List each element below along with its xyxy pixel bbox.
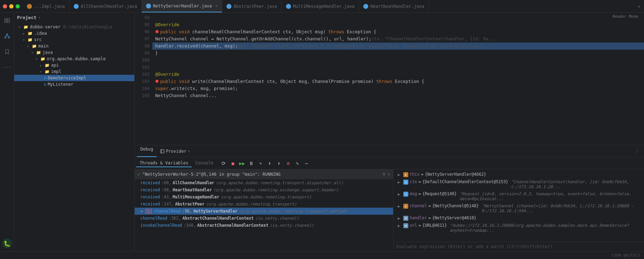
step-into-button[interactable]: ⬇ <box>266 159 274 167</box>
folder-icon: 📁 <box>28 38 33 42</box>
code-line-105: NettyChannel channel... <box>152 92 644 99</box>
trace-button[interactable]: ✎ <box>293 159 301 167</box>
maximize-button[interactable] <box>16 4 20 9</box>
stack-frame-0[interactable]: received:60, AllChannelHandler (org.apac… <box>135 179 393 186</box>
stack-frame-2[interactable]: received:43, MultiMessageHandler (org.ap… <box>135 193 393 201</box>
nettyserver-close[interactable]: ✕ <box>215 4 218 8</box>
more-debug-button[interactable]: ⋯ <box>303 159 310 167</box>
stack-frames: received:60, AllChannelHandler (org.apac… <box>135 179 393 229</box>
var-icon-3: ≡ <box>403 204 408 209</box>
tab-debug[interactable]: Debug <box>137 145 157 157</box>
stack-pkg: (io.netty.channel) <box>270 223 314 228</box>
breakpoint-96[interactable]: 🔴 <box>155 28 159 35</box>
project-icon[interactable] <box>2 16 12 26</box>
more-tools-icon[interactable]: ··· <box>2 62 12 72</box>
var-expand-3[interactable]: ▶ <box>398 204 402 209</box>
stop-button[interactable]: ◼ <box>229 159 237 167</box>
breakpoint-103[interactable]: 🔴 <box>155 78 159 85</box>
var-eq-2: = <box>419 191 421 196</box>
tree-item-java[interactable]: ▾📁 java <box>14 49 134 56</box>
tree-label: DemoServiceImpl <box>48 75 86 80</box>
debug-header-row: Debug Provider ✕ ⋮ <box>135 145 644 157</box>
close-button[interactable] <box>3 4 7 9</box>
var-item-2[interactable]: ▶○ msg = {Request@5149}"Request [id=0, v… <box>395 190 643 202</box>
tree-item-DemoServiceImpl[interactable]: © DemoServiceImpl <box>14 75 134 81</box>
stack-frame-6[interactable]: invokeChannelRead:348, AbstractChannelHa… <box>135 222 393 229</box>
tab-abstractpeer[interactable]: AbstractPeer.java <box>222 0 282 12</box>
var-eq-1: = <box>419 179 421 184</box>
status-bar: CSDN @m1f2c3 <box>0 251 644 259</box>
var-item-1[interactable]: ▶○ ctx = {DefaultChannelHandlerContext@5… <box>395 178 643 190</box>
reader-mode-button[interactable]: Reader Mode <box>612 14 638 19</box>
var-expand-1[interactable]: ▶ <box>398 180 402 185</box>
var-hint-5: "dubbo://172.18.16.1:20880/org.apache.du… <box>450 223 640 233</box>
var-item-5[interactable]: ▶∞ url = {URL@4611}"dubbo://172.18.16.1:… <box>395 222 643 234</box>
var-expand-5[interactable]: ▶ <box>398 223 402 228</box>
step-out-button[interactable]: ⬆ <box>275 159 283 167</box>
pause-button[interactable]: ⏸ <box>247 159 255 167</box>
tab-heartbeat[interactable]: HeartbeatHandler.java <box>359 0 429 12</box>
stack-frame-3[interactable]: received:147, AbstractPeer (org.apache.d… <box>135 201 393 208</box>
tree-item-MyListener[interactable]: © MyListener <box>14 81 134 88</box>
debug-icon[interactable]: 🐛 <box>2 238 12 248</box>
var-item-0[interactable]: ▶≡ this = {NettyServerHandler@4662} <box>395 171 643 178</box>
provider-close-icon[interactable]: ✕ <box>188 149 190 153</box>
var-expand-0[interactable]: ▶ <box>398 172 402 177</box>
stack-fn: received <box>140 187 160 192</box>
tree-item-org-apache-dubbo-sample[interactable]: ▾📁 org.apache.dubbo.sample <box>14 56 134 62</box>
expand-arrow: ▾ <box>31 51 35 55</box>
resume-button[interactable]: ▶▶ <box>238 159 246 167</box>
var-item-3[interactable]: ▶≡ channel = {NettyChannel@5148}"NettyCh… <box>395 202 643 214</box>
thread-collapse-icon[interactable]: ▾ <box>388 172 390 177</box>
tab-console[interactable]: Console <box>192 159 217 167</box>
stack-frame-4[interactable]: → bpchannelRead:98, NettyServerHandler (… <box>135 208 393 215</box>
tree-item-src[interactable]: ▾📁 src <box>14 36 134 43</box>
thread-status-icon: ✓ <box>138 172 140 177</box>
var-expand-2[interactable]: ▶ <box>398 192 402 197</box>
var-item-4[interactable]: ▶∞ handler = {NettyServer@4610} <box>395 214 643 222</box>
tab-bar: ...Impl.javaAllChannelHandler.javaNettyS… <box>23 0 634 12</box>
stack-frame-1[interactable]: received:90, HeartbeatHandler (org.apach… <box>135 186 393 193</box>
tree-label: api <box>51 63 59 68</box>
tab-threads-variables[interactable]: Threads & Variables <box>136 159 192 167</box>
tree-item--idea[interactable]: ▸📁 .idea <box>14 30 134 36</box>
stack-fn: channelRead <box>154 209 181 214</box>
tree-item-api[interactable]: ▸📁 api <box>14 62 134 68</box>
stack-frame-5[interactable]: channelRead:362, AbstractChannelHandlerC… <box>135 215 393 222</box>
bookmark-icon[interactable] <box>2 47 12 57</box>
eval-bar[interactable]: Evaluate expression (Enter) or add a wat… <box>393 242 644 251</box>
tree-item-main[interactable]: ▾📁 main <box>14 43 134 49</box>
tab-overflow-button[interactable]: ▸ <box>634 4 644 9</box>
stack-line: :147, <box>161 202 174 207</box>
filter-icon[interactable]: ⚲ <box>382 172 386 177</box>
tab-impl-java[interactable]: ...Impl.java <box>23 0 69 12</box>
project-dropdown-arrow[interactable]: ▾ <box>39 16 41 19</box>
step-over-button[interactable]: ↷ <box>257 159 264 167</box>
tab-multimessage[interactable]: MultiMessageHandler.java <box>282 0 359 12</box>
var-expand-4[interactable]: ▶ <box>398 216 402 221</box>
stack-line: :60, <box>161 180 171 185</box>
code-text-104: super.write(ctx, msg, promise); <box>155 85 238 92</box>
multimessage-label: MultiMessageHandler.java <box>293 4 354 9</box>
stack-file: AbstractPeer <box>175 202 205 207</box>
debug-content: ✓ "NettyServerWorker-5-2"@5,146 in group… <box>135 169 644 251</box>
tree-item-dubbo-server[interactable]: ▾📁 dubbo-serverD:\data\BianCheng\a <box>14 24 134 30</box>
tab-nettyserver[interactable]: NettyServerHandler.java✕ <box>142 0 222 12</box>
tab-provider[interactable]: Provider ✕ <box>157 145 194 157</box>
var-icon-4: ∞ <box>403 216 408 221</box>
sync-button[interactable]: ⟳ <box>220 159 228 167</box>
var-val-4: {NettyServer@4610} <box>432 215 476 220</box>
stack-file: AllChannelHandler <box>173 180 214 185</box>
stack-file: MultiMessageHandler <box>173 195 219 199</box>
tree-label: impl <box>51 69 61 74</box>
tree-item-impl[interactable]: ▾📁 impl <box>14 68 134 75</box>
line-number-105: 105 <box>135 92 150 99</box>
tab-allchannel[interactable]: AllChannelHandler.java <box>69 0 142 12</box>
structure-icon[interactable] <box>2 31 12 41</box>
drop-frame-button[interactable]: ⊘ <box>284 159 292 167</box>
debug-more-button[interactable]: ⋮ <box>632 149 642 154</box>
minimize-button[interactable] <box>9 4 13 9</box>
code-content[interactable]: @Override🔴 public void channelRead(Chann… <box>152 13 644 145</box>
debug-toolbar-row: Threads & Variables Console ⟳ ◼ ▶▶ ⏸ ↷ ⬇… <box>135 157 644 169</box>
svg-rect-3 <box>7 21 10 23</box>
